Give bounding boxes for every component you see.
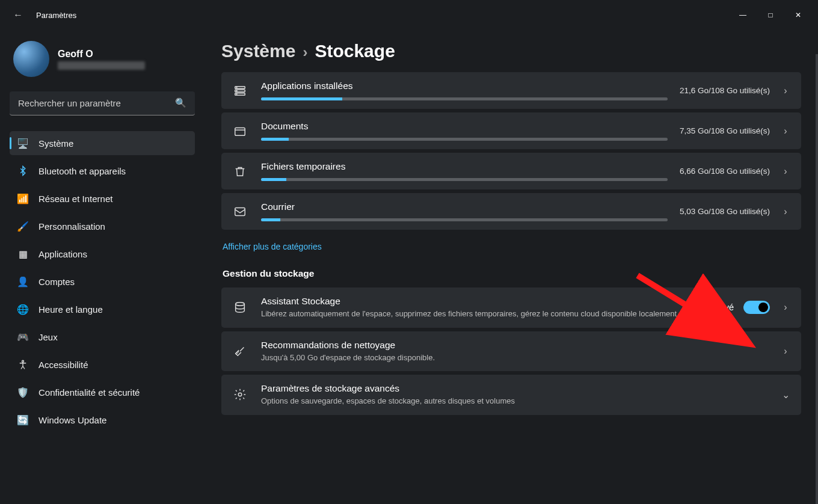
folder-icon (231, 124, 249, 138)
nav-icon: 🎮 (17, 331, 29, 343)
chevron-right-icon: › (303, 44, 307, 61)
nav-label: Comptes (38, 277, 75, 287)
back-button[interactable]: ← (6, 10, 30, 20)
usage-text: 21,6 Go/108 Go utilisé(s) (680, 86, 770, 95)
apps-list-icon (231, 84, 249, 97)
advanced-storage-row[interactable]: Paramètres de stockage avancés Options d… (221, 375, 801, 415)
nav-label: Heure et langue (38, 304, 103, 315)
usage-bar (261, 138, 668, 141)
storage-sense-toggle[interactable] (743, 301, 770, 314)
app-title: Paramètres (36, 11, 76, 20)
nav-label: Personnalisation (38, 221, 105, 232)
nav-item-accessibilit[interactable]: Accessibilité (10, 352, 195, 376)
chevron-right-icon: › (780, 126, 792, 137)
search-icon: 🔍 (175, 97, 186, 108)
nav-item-bluetooth-et-appareils[interactable]: Bluetooth et appareils (10, 159, 195, 183)
nav-list: 🖥️SystèmeBluetooth et appareils📶Réseau e… (10, 131, 195, 432)
nav-item-syst-me[interactable]: 🖥️Système (10, 131, 195, 155)
usage-bar (261, 97, 668, 100)
usage-bar (261, 218, 668, 221)
mail-icon (231, 205, 249, 218)
nav-icon (17, 165, 29, 177)
nav-item-jeux[interactable]: 🎮Jeux (10, 325, 195, 349)
svg-point-10 (238, 393, 242, 397)
advanced-desc: Options de sauvegarde, espaces de stocka… (261, 396, 767, 407)
storage-category-row[interactable]: Courrier5,03 Go/108 Go utilisé(s)› (221, 193, 801, 230)
nav-label: Windows Update (38, 415, 106, 425)
nav-item-applications[interactable]: ▦Applications (10, 242, 195, 266)
nav-item-personnalisation[interactable]: 🖌️Personnalisation (10, 214, 195, 238)
nav-icon: 🌐 (17, 303, 29, 315)
breadcrumb-parent[interactable]: Système (221, 41, 295, 61)
chevron-right-icon: › (780, 166, 792, 177)
nav-icon: ▦ (17, 248, 29, 260)
user-name: Geoff O (58, 49, 145, 60)
nav-item-heure-et-langue[interactable]: 🌐Heure et langue (10, 297, 195, 321)
nav-label: Applications (38, 249, 87, 259)
window-controls: ― □ ✕ (729, 5, 812, 25)
user-profile[interactable]: Geoff O (13, 41, 191, 77)
nav-icon: 🖥️ (17, 137, 29, 149)
usage-text: 5,03 Go/108 Go utilisé(s) (680, 207, 770, 216)
usage-text: 7,35 Go/108 Go utilisé(s) (680, 126, 770, 135)
storage-category-row[interactable]: Fichiers temporaires6,66 Go/108 Go utili… (221, 153, 801, 189)
maximize-button[interactable]: □ (757, 5, 784, 25)
nav-icon: 🖌️ (17, 220, 29, 232)
storage-sense-title: Assistant Stockage (261, 296, 698, 307)
section-heading: Gestion du stockage (223, 268, 801, 279)
svg-point-6 (236, 94, 237, 94)
storage-category-row[interactable]: Documents7,35 Go/108 Go utilisé(s)› (221, 112, 801, 149)
category-title: Documents (261, 121, 668, 132)
svg-point-4 (236, 87, 237, 88)
search-input[interactable] (10, 91, 195, 115)
category-title: Courrier (261, 201, 668, 212)
chevron-right-icon: › (780, 85, 792, 96)
storage-sense-icon (231, 301, 249, 314)
user-email-redacted (58, 61, 145, 70)
gear-icon (231, 388, 249, 401)
svg-point-9 (236, 303, 245, 306)
nav-label: Réseau et Internet (38, 194, 112, 204)
cleanup-title: Recommandations de nettoyage (261, 340, 767, 351)
nav-icon: 📶 (17, 192, 29, 204)
chevron-right-icon: › (780, 206, 792, 217)
nav-item-r-seau-et-internet[interactable]: 📶Réseau et Internet (10, 186, 195, 211)
nav-icon (17, 358, 29, 370)
main-content: Système › Stockage Applications installé… (204, 30, 818, 504)
storage-sense-row[interactable]: Assistant Stockage Libérez automatiqueme… (221, 287, 801, 328)
nav-label: Confidentialité et sécurité (38, 387, 140, 398)
chevron-right-icon: › (780, 346, 792, 357)
avatar (13, 41, 49, 77)
search-box[interactable]: 🔍 (10, 91, 195, 115)
close-button[interactable]: ✕ (784, 5, 812, 25)
usage-text: 6,66 Go/108 Go utilisé(s) (680, 167, 770, 176)
usage-bar (261, 178, 668, 181)
nav-item-confidentialit-et-s-curit[interactable]: 🛡️Confidentialité et sécurité (10, 380, 195, 404)
chevron-down-icon: ⌄ (780, 389, 792, 401)
nav-item-comptes[interactable]: 👤Comptes (10, 269, 195, 293)
svg-rect-7 (235, 128, 245, 135)
minimize-button[interactable]: ― (729, 5, 757, 25)
storage-sense-desc: Libérez automatiquement de l'espace, sup… (261, 309, 698, 319)
scrollbar[interactable] (816, 54, 818, 504)
svg-point-0 (22, 360, 24, 362)
nav-label: Accessibilité (38, 360, 88, 370)
advanced-title: Paramètres de stockage avancés (261, 383, 767, 394)
show-more-link[interactable]: Afficher plus de catégories (221, 233, 323, 266)
trash-icon (231, 165, 249, 178)
nav-label: Jeux (38, 332, 58, 342)
breadcrumb-current: Stockage (315, 41, 395, 61)
nav-label: Bluetooth et appareils (38, 166, 126, 176)
category-title: Applications installées (261, 81, 668, 91)
chevron-right-icon: › (780, 302, 792, 313)
nav-icon: 👤 (17, 275, 29, 287)
nav-item-windows-update[interactable]: 🔄Windows Update (10, 408, 195, 432)
storage-categories: Applications installées21,6 Go/108 Go ut… (221, 72, 801, 230)
cleanup-recommendations-row[interactable]: Recommandations de nettoyage Jusqu'à 5,0… (221, 331, 801, 372)
nav-icon: 🔄 (17, 414, 29, 426)
svg-rect-8 (235, 207, 245, 215)
storage-category-row[interactable]: Applications installées21,6 Go/108 Go ut… (221, 72, 801, 109)
title-bar: ← Paramètres ― □ ✕ (0, 0, 818, 30)
breadcrumb: Système › Stockage (221, 41, 801, 61)
nav-label: Système (38, 138, 73, 149)
